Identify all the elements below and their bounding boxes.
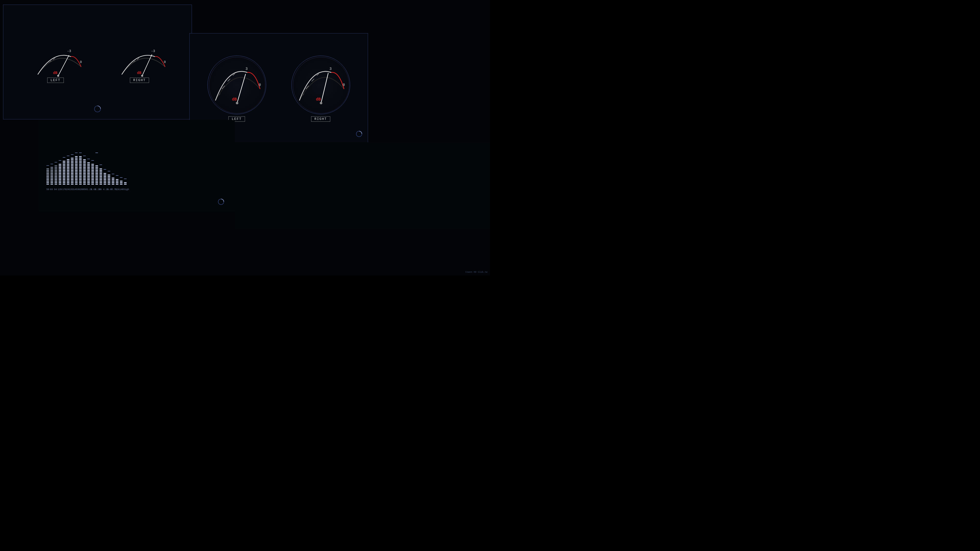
svg-rect-55: [51, 181, 53, 182]
svg-rect-242: [95, 178, 98, 179]
svg-rect-135: [71, 176, 73, 177]
spectrum-container: 50 69 94 129 176 241 331 453 620 850 1.2…: [38, 120, 235, 212]
svg-rect-285: [112, 178, 115, 179]
svg-rect-290: [116, 179, 118, 180]
svg-rect-218: [87, 167, 90, 168]
svg-rect-194: [83, 176, 86, 177]
svg-rect-78: [55, 165, 57, 166]
svg-rect-71: [55, 176, 57, 177]
svg-rect-286: [112, 174, 115, 174]
svg-rect-250: [95, 165, 98, 166]
svg-rect-164: [75, 161, 78, 162]
svg-rect-146: [71, 159, 73, 160]
svg-rect-108: [63, 164, 65, 165]
svg-rect-254: [100, 181, 102, 182]
svg-rect-222: [87, 159, 90, 159]
svg-rect-256: [100, 178, 102, 179]
spectrum-svg: 50 69 94 129 176 241 331 453 620 850 1.2…: [46, 125, 230, 194]
svg-rect-192: [83, 179, 86, 180]
svg-rect-221: [87, 162, 90, 163]
svg-rect-93: [59, 164, 61, 165]
svg-rect-245: [95, 173, 98, 174]
svg-rect-217: [87, 168, 90, 169]
spinner-top-right: [355, 130, 363, 138]
svg-rect-176: [79, 173, 82, 174]
watermark: Cowon HD Club.tw: [466, 271, 487, 273]
svg-rect-204: [83, 161, 86, 162]
svg-rect-243: [95, 176, 98, 177]
svg-rect-69: [55, 179, 57, 180]
svg-rect-179: [79, 168, 82, 169]
svg-rect-209: [87, 181, 90, 182]
svg-text:331: 331: [70, 188, 75, 191]
svg-rect-226: [91, 179, 94, 180]
svg-rect-173: [79, 178, 82, 179]
svg-rect-253: [100, 182, 102, 183]
svg-rect-293: [120, 182, 123, 183]
svg-rect-142: [71, 165, 73, 166]
svg-rect-262: [100, 168, 102, 169]
svg-rect-63: [51, 168, 53, 169]
svg-rect-130: [71, 184, 73, 185]
svg-rect-44: [46, 179, 49, 180]
svg-rect-246: [95, 171, 98, 172]
svg-text:dB: dB: [232, 97, 237, 102]
svg-rect-126: [67, 162, 69, 163]
svg-rect-124: [67, 165, 69, 166]
svg-rect-225: [91, 181, 94, 182]
svg-rect-174: [79, 176, 82, 177]
svg-rect-103: [63, 171, 65, 172]
svg-point-17: [141, 75, 143, 77]
svg-rect-137: [71, 173, 73, 174]
svg-text:-3: -3: [67, 49, 71, 53]
svg-rect-190: [83, 182, 86, 183]
svg-rect-67: [55, 182, 57, 183]
svg-rect-166: [75, 158, 78, 159]
svg-rect-81: [59, 182, 61, 183]
svg-rect-86: [59, 175, 61, 176]
svg-rect-42: [46, 182, 49, 183]
svg-rect-298: [124, 179, 127, 179]
svg-rect-282: [112, 182, 115, 183]
svg-rect-289: [116, 181, 118, 182]
svg-rect-134: [71, 178, 73, 179]
svg-rect-132: [71, 181, 73, 182]
main-container: -3 0 dB LEFT: [0, 0, 490, 275]
svg-rect-74: [55, 171, 57, 172]
svg-rect-138: [71, 171, 73, 172]
svg-rect-208: [87, 182, 90, 183]
svg-rect-277: [108, 178, 110, 179]
svg-rect-232: [91, 170, 94, 171]
svg-rect-266: [103, 181, 106, 182]
svg-rect-227: [91, 178, 94, 179]
svg-rect-107: [63, 165, 65, 166]
svg-rect-156: [75, 173, 78, 174]
svg-rect-113: [67, 182, 69, 183]
svg-rect-198: [83, 170, 86, 171]
svg-rect-283: [112, 181, 115, 182]
svg-rect-109: [63, 162, 65, 163]
svg-text:0: 0: [259, 83, 261, 87]
svg-rect-231: [91, 171, 94, 172]
svg-rect-267: [103, 179, 106, 180]
svg-rect-236: [91, 164, 94, 165]
svg-rect-216: [87, 170, 90, 171]
svg-rect-151: [75, 181, 78, 182]
svg-rect-98: [63, 179, 65, 180]
svg-text:-3: -3: [151, 49, 155, 53]
svg-rect-175: [79, 175, 82, 176]
svg-rect-171: [79, 181, 82, 182]
svg-text:69: 69: [50, 188, 53, 191]
svg-text:50: 50: [46, 188, 49, 191]
svg-rect-115: [67, 179, 69, 180]
svg-rect-278: [108, 176, 110, 177]
svg-rect-196: [83, 173, 86, 174]
svg-rect-148: [71, 154, 73, 155]
svg-rect-77: [55, 167, 57, 168]
svg-rect-212: [87, 176, 90, 177]
svg-rect-193: [83, 178, 86, 179]
svg-rect-61: [51, 171, 53, 172]
svg-rect-106: [63, 167, 65, 168]
svg-rect-102: [63, 173, 65, 174]
svg-rect-119: [67, 173, 69, 174]
